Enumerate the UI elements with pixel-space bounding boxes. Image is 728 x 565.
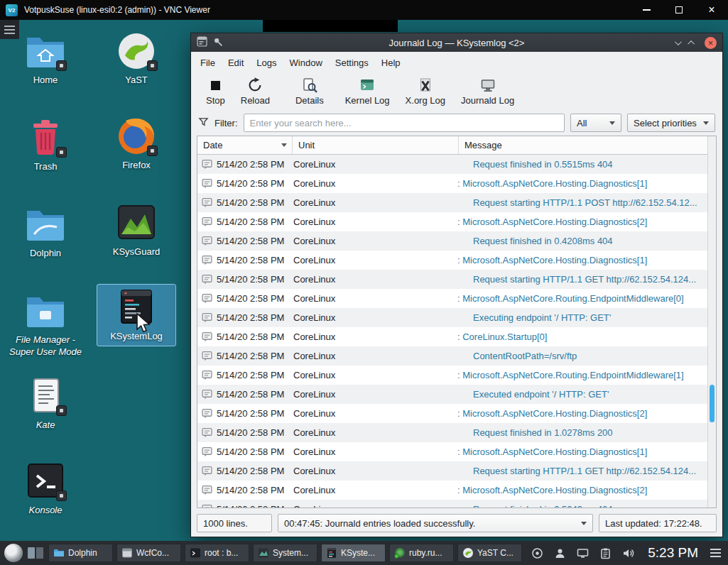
table-row[interactable]: 5/14/20 2:58 PM CoreLinux : CoreLinux.St… xyxy=(197,327,710,346)
task-wcfconfig[interactable]: WcfCo... xyxy=(116,544,181,562)
task-root-terminal[interactable]: root : b... xyxy=(185,544,249,562)
maximize-button[interactable] xyxy=(663,0,695,20)
table-row[interactable]: 5/14/20 2:58 PM CoreLinux : Microsoft.As… xyxy=(197,212,710,231)
window-close-button[interactable]: × xyxy=(705,37,717,49)
table-row[interactable]: 5/14/20 2:58 PM CoreLinux : Microsoft.As… xyxy=(197,366,710,385)
desktop-icon-dolphin[interactable]: Dolphin xyxy=(9,204,82,260)
desktop-icon-kate[interactable]: Kate xyxy=(9,376,82,432)
reload-button[interactable]: Reload xyxy=(234,75,276,108)
clock[interactable]: 5:23 PM xyxy=(648,545,698,561)
window-titlebar[interactable]: Journald Log — KSystemlog <2> × xyxy=(191,33,722,52)
volume-icon[interactable] xyxy=(622,547,634,559)
table-row[interactable]: 5/14/20 2:58 PM CoreLinux Request starti… xyxy=(197,461,710,481)
column-header-unit[interactable]: Unit xyxy=(293,136,459,154)
desktop-icon-ksysguard[interactable]: KSysGuard xyxy=(99,203,173,258)
log-line-icon xyxy=(202,446,212,457)
menu-edit[interactable]: Edit xyxy=(222,55,250,71)
cell-unit: CoreLinux xyxy=(288,504,455,508)
desktop-pager[interactable] xyxy=(26,546,45,560)
desktop-icon-yast[interactable]: YaST xyxy=(99,31,173,87)
menu-logs[interactable]: Logs xyxy=(250,55,283,71)
table-row[interactable]: 5/14/20 2:58 PM CoreLinux : Microsoft.As… xyxy=(197,442,710,461)
table-row[interactable]: 5/14/20 2:58 PM CoreLinux ContentRootPat… xyxy=(197,346,710,366)
emblem-badge xyxy=(147,60,158,71)
kate-icon xyxy=(23,376,68,416)
cell-date: 5/14/20 2:58 PM xyxy=(212,197,288,208)
priorities-dropdown[interactable]: Select priorities xyxy=(627,114,715,132)
chevron-down-icon xyxy=(703,121,709,125)
cell-date: 5/14/20 2:58 PM xyxy=(212,293,288,304)
table-row[interactable]: 5/14/20 2:58 PM CoreLinux Executed endpo… xyxy=(197,385,710,404)
desktop-icon-file-manager-su[interactable]: File Manager - Super User Mode xyxy=(9,291,82,358)
display-icon[interactable] xyxy=(577,547,589,559)
panel-menu-icon[interactable] xyxy=(710,549,721,557)
table-row[interactable]: 5/14/20 2:58 PM CoreLinux Request finish… xyxy=(197,423,710,442)
pin-icon[interactable] xyxy=(213,37,223,49)
clipboard-icon[interactable] xyxy=(599,547,612,559)
desktop-icon-konsole[interactable]: Konsole xyxy=(9,461,82,517)
stop-button[interactable]: Stop xyxy=(200,75,232,108)
status-message-dropdown[interactable]: 00:47:45: Journald entries loaded succes… xyxy=(278,514,593,532)
task-yast[interactable]: YaST C... xyxy=(457,544,522,562)
vnc-titlebar: V2 VotpuskSuse (linux-esi0:2 (admin)) - … xyxy=(0,0,728,20)
desktop-icon-firefox[interactable]: Firefox xyxy=(99,116,173,172)
desktop-icon-home[interactable]: Home xyxy=(9,31,82,87)
cell-message: Request finished in 0.4208ms 404 xyxy=(455,236,710,246)
table-row[interactable]: 5/14/20 2:58 PM CoreLinux Request finish… xyxy=(197,231,710,251)
menu-help[interactable]: Help xyxy=(375,55,407,71)
table-row[interactable]: 5/14/20 2:58 PM CoreLinux : Microsoft.As… xyxy=(197,251,710,270)
task-ksystemlog[interactable]: KSyste... xyxy=(321,544,386,562)
cell-unit: CoreLinux xyxy=(288,236,455,246)
search-input[interactable] xyxy=(244,114,565,132)
xorg-log-button[interactable]: X.org Log xyxy=(399,75,452,108)
cell-message: Request starting HTTP/1.1 POST http://62… xyxy=(455,197,710,208)
cell-message: : Microsoft.AspNetCore.Hosting.Diagnosti… xyxy=(455,485,710,495)
table-row[interactable]: 5/14/20 2:58 PM CoreLinux Executing endp… xyxy=(197,308,710,327)
close-button[interactable]: × xyxy=(695,0,728,20)
vertical-scrollbar[interactable] xyxy=(707,136,716,508)
cell-message: : Microsoft.AspNetCore.Hosting.Diagnosti… xyxy=(455,216,710,227)
table-row[interactable]: 5/14/20 2:58 PM CoreLinux Request starti… xyxy=(197,193,710,212)
table-row[interactable]: 5/14/20 2:58 PM CoreLinux : Microsoft.As… xyxy=(197,289,710,308)
dolphin-folder-icon xyxy=(23,204,68,244)
column-header-date[interactable]: Date xyxy=(197,136,293,154)
application-launcher-icon[interactable] xyxy=(4,544,23,562)
system-monitor-icon xyxy=(258,547,269,559)
table-row[interactable]: 5/14/20 2:58 PM CoreLinux Request finish… xyxy=(197,155,710,174)
desktop-icon-label: Trash xyxy=(9,161,82,173)
cell-message: : Microsoft.AspNetCore.Hosting.Diagnosti… xyxy=(455,178,710,189)
unshade-button[interactable] xyxy=(688,40,695,47)
shade-button[interactable] xyxy=(675,38,682,45)
details-button[interactable]: Details xyxy=(289,75,330,108)
table-row[interactable]: 5/14/20 2:58 PM CoreLinux : Microsoft.As… xyxy=(197,481,710,500)
column-header-message[interactable]: Message xyxy=(459,136,716,154)
trash-icon xyxy=(23,118,68,158)
last-updated: Last updated: 17:22:48. xyxy=(599,514,717,532)
cell-unit: CoreLinux xyxy=(288,427,455,438)
cell-message: Request finished in 0.5049ms 404 xyxy=(455,504,710,508)
menu-window[interactable]: Window xyxy=(283,55,329,71)
table-row[interactable]: 5/14/20 2:58 PM CoreLinux Request finish… xyxy=(197,500,710,508)
unit-filter-dropdown[interactable]: All xyxy=(570,114,621,132)
minimize-button[interactable] xyxy=(630,0,663,20)
desktop-icon-trash[interactable]: Trash xyxy=(9,118,82,173)
yast-icon xyxy=(462,547,474,559)
menu-file[interactable]: File xyxy=(194,55,222,71)
task-ruby[interactable]: ruby.ru... xyxy=(389,544,454,562)
user-icon[interactable] xyxy=(554,547,566,559)
table-row[interactable]: 5/14/20 2:58 PM CoreLinux : Microsoft.As… xyxy=(197,404,710,423)
desktop-icon-label: KSysGuard xyxy=(99,246,173,258)
screen-share-icon[interactable] xyxy=(531,547,543,559)
kernel-log-button[interactable]: Kernel Log xyxy=(339,75,396,108)
maximize-icon xyxy=(675,6,683,13)
table-row[interactable]: 5/14/20 2:58 PM CoreLinux Request starti… xyxy=(197,270,710,289)
table-row[interactable]: 5/14/20 2:58 PM CoreLinux : Microsoft.As… xyxy=(197,174,710,193)
task-system-monitor[interactable]: System... xyxy=(253,544,317,562)
menu-settings[interactable]: Settings xyxy=(329,55,375,71)
scrollbar-thumb[interactable] xyxy=(710,385,715,422)
home-folder-icon xyxy=(23,31,68,71)
cell-message: ContentRootPath=/srv/ftp xyxy=(455,351,710,361)
journald-log-button[interactable]: Journald Log xyxy=(455,75,521,108)
table-header: Date Unit Message xyxy=(197,136,716,155)
task-dolphin[interactable]: Dolphin xyxy=(48,544,113,562)
